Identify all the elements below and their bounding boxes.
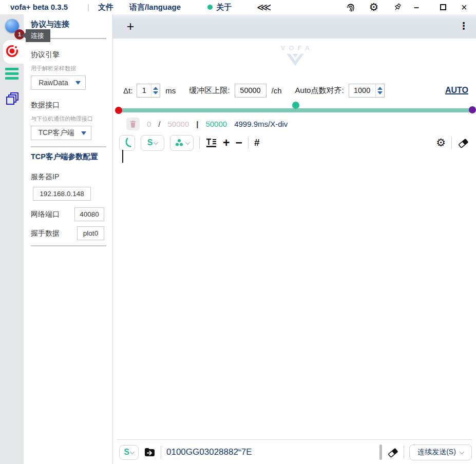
buffer-pipe: | <box>196 120 198 128</box>
spinner-arrows[interactable] <box>375 84 384 97</box>
dt-spinner[interactable]: 1 <box>137 84 160 98</box>
server-ip-input[interactable]: 192.168.0.148 <box>33 187 91 201</box>
chevron-down-icon <box>129 449 135 454</box>
grid-hash-button[interactable]: # <box>254 137 260 148</box>
send-button[interactable] <box>144 447 156 458</box>
section-divider <box>31 146 106 147</box>
chevron-down-icon <box>81 131 86 135</box>
record-target-icon[interactable] <box>5 44 19 60</box>
toolbar-separator <box>248 137 249 149</box>
fingerprint-icon[interactable] <box>345 0 356 14</box>
slider-handle-end[interactable] <box>469 106 476 113</box>
handshake-input[interactable]: plot0 <box>77 226 104 240</box>
send-mode-dropdown[interactable]: 连续发送(S) <box>409 444 472 460</box>
sampling-controls-row: Δt: 1 ms 缓冲区上限: 50000 /ch Auto点数对齐: 1000… <box>113 81 476 100</box>
send-mode-label: 连续发送(S) <box>417 448 456 457</box>
tab-bar: + ⋮ <box>113 14 476 38</box>
status-dot-icon <box>207 5 213 10</box>
text-caret <box>122 150 123 163</box>
auto-align-spinner[interactable]: 1000 <box>349 84 385 98</box>
auto-align-value: 1000 <box>349 84 375 97</box>
tab-overflow-menu[interactable]: ⋮ <box>458 18 470 34</box>
menu-about-label: 关于 <box>216 0 232 14</box>
zoom-out-button[interactable]: − <box>235 135 242 150</box>
legend-text-icon[interactable] <box>205 138 217 148</box>
clear-buffer-button[interactable] <box>126 118 140 130</box>
sendbar-separator <box>161 446 161 459</box>
chevron-down-icon <box>459 449 464 454</box>
handshake-label: 握手数据 <box>31 229 60 238</box>
chevron-down-icon <box>185 140 191 145</box>
plot-settings-gear-icon[interactable]: ⚙ <box>436 137 446 149</box>
close-button[interactable]: × <box>461 0 467 14</box>
toolbar-separator <box>199 137 200 149</box>
send-value-suffix: 7E <box>241 447 252 457</box>
series-style-dropdown[interactable]: S <box>141 135 164 151</box>
send-format-dropdown[interactable]: S <box>119 445 139 460</box>
dt-value: 1 <box>137 84 151 97</box>
zoom-in-button[interactable]: + <box>223 135 230 150</box>
spin-up-icon[interactable] <box>153 87 158 90</box>
engine-select-value: RawData <box>31 79 75 87</box>
buffer-limit-label: 缓冲区上限: <box>189 86 230 95</box>
send-value-prefix: 0100GG03028882 <box>166 447 238 457</box>
scrollbar-thumb[interactable] <box>379 444 382 460</box>
send-bar: S 0100GG03028882ᴸᴸ7E 连续发送(S) <box>113 440 476 464</box>
tcp-section-title: TCP客户端参数配置 <box>31 152 98 162</box>
slider-handle-position[interactable] <box>292 102 299 109</box>
menu-about[interactable]: 关于 <box>207 0 232 14</box>
send-input[interactable]: 0100GG03028882ᴸᴸ7E <box>166 447 252 457</box>
server-ip-label: 服务器IP <box>31 172 59 182</box>
buffer-range-slider <box>113 102 476 116</box>
connect-tooltip: 连接 <box>26 29 50 42</box>
points-shown: 50000 <box>205 120 227 128</box>
engine-label: 协议引擎 <box>31 50 60 60</box>
bottom-divider <box>117 439 472 440</box>
maximize-button[interactable] <box>437 0 449 14</box>
minimize-button[interactable]: – <box>414 0 419 14</box>
spinner-arrows[interactable] <box>151 84 160 97</box>
dt-unit: ms <box>165 86 176 95</box>
app-title: vofa+ beta 0.3.5 <box>10 0 68 14</box>
spin-up-icon[interactable] <box>377 87 383 90</box>
spin-down-icon[interactable] <box>153 91 158 94</box>
channels-dropdown[interactable] <box>170 135 194 151</box>
menu-hamburger-icon[interactable] <box>5 68 18 82</box>
port-input[interactable]: 40080 <box>74 207 104 221</box>
sendbar-separator <box>404 446 404 459</box>
add-tab-button[interactable]: + <box>123 18 138 34</box>
buffer-capacity: 50000 <box>168 120 189 128</box>
plot-toolbar: S + − # ⚙ <box>113 133 476 152</box>
buffer-used-count: 0 <box>147 120 151 128</box>
section-divider <box>31 245 106 246</box>
interface-select-value: TCP客户端 <box>31 128 81 138</box>
clear-send-eraser-icon[interactable] <box>387 447 398 458</box>
menu-language[interactable]: 语言/language <box>129 0 181 14</box>
protocol-panel: 协议与连接 协议引擎 用于解析采样数据 RawData 数据接口 与下位机通信的… <box>24 14 113 464</box>
menu-file[interactable]: 文件 <box>98 0 113 14</box>
vofa-watermark: VOFA <box>277 44 314 69</box>
engine-select[interactable]: RawData <box>31 75 86 90</box>
settings-gear-icon[interactable]: ⚙ <box>368 0 379 14</box>
port-label: 网络端口 <box>31 210 60 219</box>
spin-down-icon[interactable] <box>377 91 383 94</box>
pages-copy-icon[interactable] <box>4 90 21 110</box>
engine-hint: 用于解析采样数据 <box>31 65 76 72</box>
auto-align-label: Auto点数对齐: <box>295 86 344 95</box>
chevron-down-icon <box>154 140 159 145</box>
auto-button[interactable]: AUTO <box>445 86 468 95</box>
interface-select[interactable]: TCP客户端 <box>31 126 91 140</box>
collapse-panel-icon[interactable]: ⋘ <box>257 0 271 14</box>
eraser-icon[interactable] <box>458 137 469 148</box>
sidebar-rail: 1 <box>0 14 24 464</box>
chevron-down-icon <box>75 81 81 85</box>
pin-icon[interactable] <box>392 0 403 14</box>
handset-button[interactable] <box>119 135 135 151</box>
buffer-limit-input[interactable]: 50000 <box>235 84 266 98</box>
titlebar-separator: | <box>87 0 89 14</box>
slider-handle-start[interactable] <box>115 107 122 114</box>
buffer-status-row: 0 / 50000 | 50000 4999.9ms/X-div <box>113 116 476 131</box>
title-bar: vofa+ beta 0.3.5 | 文件 语言/language 关于 ⋘ ⚙… <box>0 0 476 14</box>
dt-label: Δt: <box>123 86 132 95</box>
interface-hint: 与下位机通信的物理接口 <box>31 115 93 123</box>
